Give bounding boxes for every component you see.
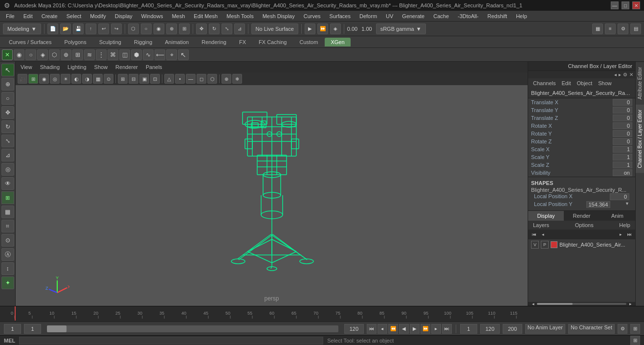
edit-menu[interactable]: Edit (559, 80, 573, 87)
soft-select-btn[interactable]: ◎ (1, 163, 14, 176)
menu-redshift[interactable]: Redshift (484, 12, 511, 20)
channel-settings-icon[interactable]: ⚙ (623, 72, 627, 77)
rotate-tool-btn[interactable]: ↻ (1, 120, 14, 133)
layer-nav-next[interactable]: ▸ (617, 230, 624, 238)
char-set-dropdown[interactable]: No Character Set (568, 324, 615, 334)
shelf-icon-8[interactable]: ⋮ (96, 49, 107, 60)
scroll-track[interactable] (537, 303, 626, 305)
vp-menu-show[interactable]: Show (91, 63, 111, 71)
menu-curves[interactable]: Curves (300, 12, 325, 20)
shelf-icon-5[interactable]: ⊕ (61, 49, 71, 60)
maximize-button[interactable]: □ (622, 1, 629, 9)
save-scene-btn[interactable]: 💾 (73, 23, 84, 34)
lasso-btn[interactable]: ○ (141, 23, 152, 34)
shelf-icon-3[interactable]: ◈ (37, 49, 48, 60)
menu-3dto-all[interactable]: -3DtoAll- (454, 12, 483, 20)
menu-windows[interactable]: Windows (137, 12, 167, 20)
anim-pref-btn[interactable]: ⚙ (618, 324, 627, 334)
prev-frame-btn[interactable]: ◂ (378, 324, 387, 334)
attr-editor-tab[interactable]: Attribute Editor (636, 62, 644, 104)
local-pos-y-value[interactable]: 154.364 (586, 201, 611, 208)
sculpt-btn[interactable]: ⌗ (1, 220, 14, 232)
outliner-toggle[interactable]: ▤ (630, 23, 641, 34)
vp-menu-renderer[interactable]: Renderer (112, 63, 141, 71)
scroll-thumb[interactable] (537, 303, 573, 305)
channel-tx-value[interactable]: 0 (613, 99, 632, 106)
show-hide-btn[interactable]: 👁 (1, 177, 14, 190)
close-button[interactable]: ✕ (632, 1, 640, 9)
tab-fx-caching[interactable]: FX Caching (253, 38, 292, 46)
start-frame-input[interactable] (4, 324, 21, 334)
layers-menu[interactable]: Layers (531, 222, 551, 228)
shelf-icon-2[interactable]: ○ (25, 49, 36, 60)
layer-nav-prev[interactable]: ◂ (539, 230, 547, 238)
vp-menu-lighting[interactable]: Lighting (65, 63, 89, 71)
channel-sz-value[interactable]: 1 (613, 161, 632, 168)
menu-generate[interactable]: Generate (398, 12, 428, 20)
paint-select-btn[interactable]: ◉ (154, 23, 164, 34)
shelf-home[interactable]: ✕ (2, 49, 13, 60)
anim-options-btn[interactable]: ⊞ (630, 324, 640, 334)
menu-deform[interactable]: Deform (355, 12, 381, 20)
render-seq-btn[interactable]: ⏩ (317, 23, 328, 34)
show-menu[interactable]: Show (596, 80, 614, 87)
channel-ty-value[interactable]: 0 (613, 107, 632, 114)
shelf-icon-14[interactable]: ⌖ (166, 49, 177, 60)
range-bar[interactable] (47, 325, 338, 332)
tab-display[interactable]: Display (528, 211, 564, 221)
shelf-icon-6[interactable]: ⊞ (72, 49, 83, 60)
select-btn[interactable]: ⬡ (128, 23, 139, 34)
scale-tool-btn[interactable]: ⤡ (1, 135, 14, 147)
redo-btn[interactable]: ↪ (111, 23, 122, 34)
manip-btn[interactable]: ⊿ (234, 23, 245, 34)
go-end-btn[interactable]: ⏭ (442, 324, 452, 334)
prev-key-btn[interactable]: ⏪ (388, 324, 398, 334)
lasso-tool-btn[interactable]: ○ (1, 92, 14, 105)
vp-menu-view[interactable]: View (18, 63, 35, 71)
shelf-icon-1[interactable]: ◉ (14, 49, 24, 60)
select-tool-btn[interactable]: ↖ (1, 64, 14, 76)
channel-rx-value[interactable]: 0 (613, 122, 632, 129)
shelf-icon-cursor[interactable]: ↖ (178, 49, 189, 60)
range-end-input[interactable] (344, 324, 364, 334)
tool-settings-toggle[interactable]: ⚙ (618, 23, 628, 34)
open-scene-btn[interactable]: 📂 (60, 23, 71, 34)
channel-box-tab[interactable]: Channel Box / Layer Editor (636, 104, 644, 173)
layer-nav-prev-prev[interactable]: ⏮ (530, 230, 538, 238)
script-editor-btn[interactable]: ⊞ (630, 336, 640, 345)
menu-mesh-display[interactable]: Mesh Display (259, 12, 299, 20)
object-menu[interactable]: Object (575, 80, 594, 87)
move-tool-btn[interactable]: ✥ (1, 106, 14, 119)
undo-btn[interactable]: ↩ (98, 23, 109, 34)
layer-color-swatch[interactable] (551, 241, 557, 248)
shelf-icon-4[interactable]: ⬡ (49, 49, 60, 60)
channel-sy-value[interactable]: 1 (613, 154, 632, 161)
channel-collapse-icon[interactable]: ◂ (614, 72, 617, 77)
new-scene-btn[interactable]: 📄 (47, 23, 58, 34)
channel-vis-value[interactable]: on (613, 169, 632, 176)
menu-display[interactable]: Display (111, 12, 136, 20)
play-back-btn[interactable]: ◀ (399, 324, 409, 334)
measure-btn[interactable]: ↕ (1, 262, 14, 275)
local-pos-x-value[interactable]: 0 (610, 193, 629, 200)
shelf-icon-12[interactable]: ∿ (143, 49, 154, 60)
scale-btn[interactable]: ⤡ (222, 23, 232, 34)
menu-help[interactable]: Help (512, 12, 531, 20)
tab-render[interactable]: Render (564, 211, 600, 221)
play-fwd-btn[interactable]: ▶ (410, 324, 420, 334)
shelf-icon-11[interactable]: ⬢ (131, 49, 142, 60)
snap-grid-btn[interactable]: ⊞ (1, 191, 14, 204)
layer-help-menu[interactable]: Help (617, 222, 632, 228)
render-btn[interactable]: ▶ (305, 23, 315, 34)
paint-tool-btn[interactable]: ⊕ (1, 78, 14, 91)
vp-menu-panels[interactable]: Panels (143, 63, 165, 71)
pivot-btn[interactable]: ⊙ (1, 234, 14, 247)
menu-surfaces[interactable]: Surfaces (326, 12, 355, 20)
tab-curves-surfaces[interactable]: Curves / Surfaces (3, 38, 57, 46)
go-start-btn[interactable]: ⏮ (367, 324, 377, 334)
shelf-icon-9[interactable]: ⌘ (108, 49, 118, 60)
layer-visibility-toggle[interactable]: V (531, 241, 539, 249)
vp-menu-shading[interactable]: Shading (37, 63, 63, 71)
ipr-btn[interactable]: ◈ (330, 23, 341, 34)
local-pos-y-arrow[interactable]: ▼ (625, 201, 629, 208)
